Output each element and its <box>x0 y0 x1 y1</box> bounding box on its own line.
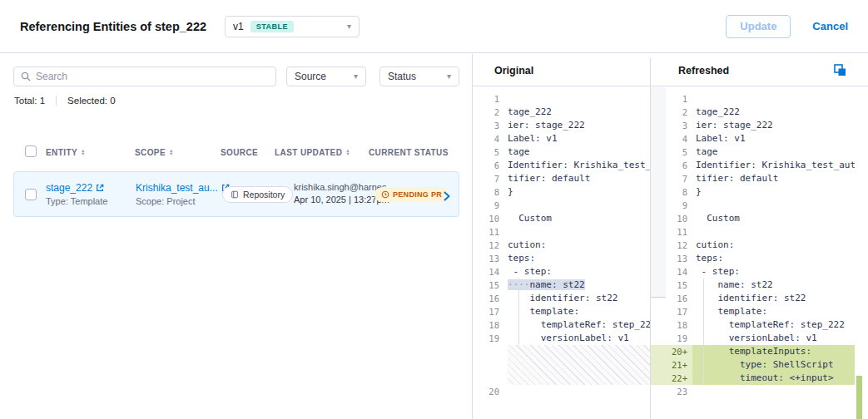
code-line: 14 - step: <box>651 265 855 279</box>
status-filter-dropdown[interactable]: Status ▾ <box>379 67 459 86</box>
yaml-diff-panel: Original Refreshed 12tage_2223ier: stage… <box>473 54 868 419</box>
code-text: Label: v1 <box>504 132 650 145</box>
code-text: tifier: default <box>504 172 650 185</box>
code-line: 1 <box>473 92 650 106</box>
line-number: 6 <box>651 159 692 172</box>
code-text: Custom <box>504 212 650 225</box>
code-line: 13teps: <box>473 252 650 265</box>
line-number: 2 <box>651 106 692 119</box>
line-number: 1 <box>651 92 692 106</box>
code-text: tage_222 <box>504 106 650 119</box>
table-row[interactable]: stage_222 Type: Template Krishika_test_a… <box>13 171 459 217</box>
code-line: 21+ type: ShellScript <box>651 358 855 372</box>
chevron-down-icon: ▾ <box>354 72 358 81</box>
top-bar: Referencing Entities of step_222 v1 STAB… <box>0 0 868 53</box>
source-badge: Repository <box>222 186 293 203</box>
column-header-entity[interactable]: ENTITY ▲▼ <box>46 145 86 159</box>
column-header-current-status: CURRENT STATUS <box>369 145 449 159</box>
line-number: 9 <box>651 199 692 212</box>
line-number: 13 <box>651 252 692 265</box>
search-input[interactable] <box>36 71 269 82</box>
repository-icon <box>231 190 239 199</box>
scope-cell: Krishika_test_au... Scope: Project <box>136 182 230 206</box>
code-text: tage_222 <box>692 106 855 119</box>
code-text: Identifier: Krishika_test_aut <box>504 159 650 172</box>
version-selector[interactable]: v1 STABLE ▾ <box>225 16 360 37</box>
code-line: 15 name: st22 <box>651 279 855 292</box>
line-number: 1 <box>473 92 504 106</box>
table-header: ENTITY ▲▼ SCOPE ▲▼ SOURCE LAST UPDATED ▲… <box>0 145 472 162</box>
column-header-last-updated[interactable]: LAST UPDATED ▲▼ <box>275 145 350 159</box>
code-text: versionLabel: v1 <box>504 332 650 345</box>
line-number: 3 <box>651 119 692 132</box>
code-line: 5tage <box>651 145 855 159</box>
row-expand-chevron[interactable] <box>444 190 450 205</box>
total-count: Total: 1 <box>14 96 45 106</box>
code-line: 9 <box>651 199 855 212</box>
line-number: 20 <box>473 385 504 398</box>
line-number: 7 <box>651 172 692 185</box>
search-icon <box>21 71 31 81</box>
code-line: 17 template: <box>473 305 650 318</box>
line-number: 21+ <box>651 358 692 372</box>
line-number: 16 <box>651 292 692 305</box>
code-line: 20 <box>473 385 650 398</box>
code-line: 19 versionLabel: v1 <box>651 332 855 345</box>
cancel-button[interactable]: Cancel <box>812 20 848 32</box>
line-number: 14 <box>473 265 504 279</box>
code-line: 12cution: <box>651 239 855 252</box>
select-all-checkbox[interactable] <box>25 145 37 157</box>
code-line: 15····name: st22 <box>473 279 650 292</box>
code-line: 5tage <box>473 145 650 159</box>
line-number: 16 <box>473 292 504 305</box>
line-number: 2 <box>473 106 504 119</box>
line-number: 5 <box>473 145 504 159</box>
original-lines: 12tage_2223ier: stage_2224Label: v15tage… <box>473 92 650 398</box>
code-line: 18 templateRef: step_222 <box>651 318 855 332</box>
update-button[interactable]: Update <box>726 15 791 38</box>
diff-pane-original[interactable]: 12tage_2223ier: stage_2224Label: v15tage… <box>473 87 650 419</box>
code-text <box>692 92 855 106</box>
code-line: 23 <box>651 385 855 398</box>
code-text: teps: <box>504 252 650 265</box>
code-line: 11 <box>651 225 855 239</box>
page-title: Referencing Entities of step_222 <box>20 20 206 33</box>
code-text: ····name: st22 <box>504 279 650 292</box>
line-number: 4 <box>473 132 504 145</box>
scope-detail: Scope: Project <box>136 196 230 206</box>
code-text: } <box>692 185 855 199</box>
scope-link[interactable]: Krishika_test_au... <box>136 182 230 194</box>
chevron-down-icon: ▾ <box>347 22 351 31</box>
code-text: ier: stage_222 <box>692 119 855 132</box>
screen: Referencing Entities of step_222 v1 STAB… <box>0 0 868 419</box>
code-text: versionLabel: v1 <box>692 332 855 345</box>
code-line: 11 <box>473 225 650 239</box>
code-text: - step: <box>504 265 650 279</box>
code-line: 3ier: stage_222 <box>473 119 650 132</box>
diff-pane-refreshed[interactable]: 12tage_2223ier: stage_2224Label: v15tage… <box>651 87 868 419</box>
entity-link[interactable]: stage_222 <box>46 182 107 194</box>
line-number: 10 <box>651 212 692 225</box>
row-checkbox[interactable] <box>25 189 37 200</box>
source-filter-dropdown[interactable]: Source ▾ <box>286 67 366 86</box>
code-text: tage <box>504 145 650 159</box>
code-text: } <box>504 185 650 199</box>
code-line: 2tage_222 <box>473 106 650 119</box>
code-text: name: st22 <box>692 279 855 292</box>
indent-guide <box>518 279 519 345</box>
overview-ruler-added-marker <box>856 376 862 419</box>
indent-guide <box>703 279 704 385</box>
copy-icon[interactable] <box>834 64 846 76</box>
line-number: 15 <box>473 279 504 292</box>
column-header-source: SOURCE <box>221 145 258 159</box>
line-number: 23 <box>651 385 692 398</box>
code-line: 16 identifier: st22 <box>473 292 650 305</box>
line-number: 6 <box>473 159 504 172</box>
referencing-entities-panel: Source ▾ Status ▾ Total: 1 Selected: 0 E… <box>0 54 473 419</box>
column-header-scope[interactable]: SCOPE ▲▼ <box>135 145 174 159</box>
code-text: template: <box>692 305 855 318</box>
code-text <box>504 92 650 106</box>
line-number: 3 <box>473 119 504 132</box>
code-line: 4Label: v1 <box>651 132 855 145</box>
line-number: 4 <box>651 132 692 145</box>
